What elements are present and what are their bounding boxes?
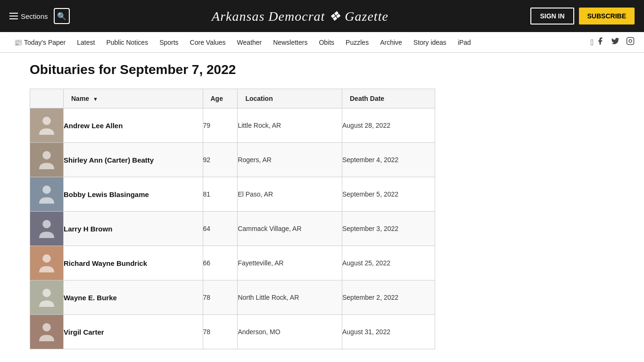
col-header-name[interactable]: Name ▼ [64, 89, 203, 108]
header-left: Sections 🔍 [9, 8, 70, 24]
nav-item-newsletters[interactable]: Newsletters [268, 39, 312, 46]
svg-point-7 [42, 289, 51, 297]
page-title: Obituaries for September 7, 2022 [30, 62, 614, 77]
nav-item-public-notices[interactable]: Public Notices [101, 39, 153, 46]
sections-label: Sections [21, 12, 48, 20]
instagram-icon[interactable] [626, 37, 635, 48]
obituary-death-date: August 28, 2022 [342, 108, 435, 143]
table-row[interactable]: Bobby Lewis Blasingame81El Paso, ARSepte… [30, 177, 435, 212]
obituary-age: 78 [203, 315, 238, 349]
obituary-age: 64 [203, 212, 238, 246]
sign-in-button[interactable]: SIGN IN [530, 8, 574, 25]
nav-item-story-ideas[interactable]: Story ideas [409, 39, 451, 46]
obituary-name[interactable]: Richard Wayne Bundrick [64, 246, 203, 280]
obituary-age: 92 [203, 143, 238, 177]
obituary-death-date: September 3, 2022 [342, 212, 435, 246]
obituary-photo-cell [30, 177, 64, 212]
nav-item-weather[interactable]: Weather [232, 39, 267, 46]
obituary-location: North Little Rock, AR [238, 280, 342, 315]
obituary-age: 79 [203, 108, 238, 143]
obituary-name[interactable]: Andrew Lee Allen [64, 108, 203, 143]
obituary-photo-cell [30, 108, 64, 143]
obituary-location: Cammack Village, AR [238, 212, 342, 246]
obituary-death-date: September 5, 2022 [342, 177, 435, 212]
table-row[interactable]: Wayne E. Burke78North Little Rock, ARSep… [30, 280, 435, 315]
twitter-icon[interactable] [611, 37, 619, 48]
col-header-photo [30, 89, 64, 108]
nav-item-core-values[interactable]: Core Values [185, 39, 231, 46]
obituary-name[interactable]: Wayne E. Burke [64, 280, 203, 315]
header-right: SIGN IN SUBSCRIBE [530, 8, 635, 25]
nav-item-obits[interactable]: Obits [314, 39, 339, 46]
nav-item-sports[interactable]: Sports [155, 39, 183, 46]
table-row[interactable]: Andrew Lee Allen79Little Rock, ARAugust … [30, 108, 435, 143]
obituary-photo-cell [30, 246, 64, 280]
nav-bar: 📰 Today's Paper Latest Public Notices Sp… [0, 32, 644, 53]
table-row[interactable]: Richard Wayne Bundrick66Fayetteville, AR… [30, 246, 435, 280]
obituary-location: El Paso, AR [238, 177, 342, 212]
svg-rect-0 [627, 38, 634, 45]
obituary-location: Little Rock, AR [238, 108, 342, 143]
top-header: Sections 🔍 Arkansas Democrat ❖ Gazette S… [0, 0, 644, 32]
main-content: Obituaries for September 7, 2022 Name ▼ … [16, 53, 628, 359]
obituary-location: Rogers, AR [238, 143, 342, 177]
nav-item-ipad[interactable]: iPad [453, 39, 476, 46]
obituary-photo-cell [30, 143, 64, 177]
obituary-name[interactable]: Larry H Brown [64, 212, 203, 246]
nav-left: 📰 Today's Paper Latest Public Notices Sp… [9, 39, 476, 46]
svg-point-5 [42, 220, 51, 229]
obituary-death-date: August 31, 2022 [342, 315, 435, 349]
obituary-death-date: September 2, 2022 [342, 280, 435, 315]
obituary-photo-cell [30, 315, 64, 349]
svg-point-2 [42, 117, 51, 125]
obituary-age: 66 [203, 246, 238, 280]
svg-point-4 [42, 186, 51, 194]
hamburger-icon [9, 13, 18, 19]
svg-point-3 [42, 151, 51, 160]
newspaper-icon: 📰 [14, 39, 22, 46]
table-row[interactable]: Virgil Carter78Anderson, MOAugust 31, 20… [30, 315, 435, 349]
sections-button[interactable]: Sections [9, 12, 48, 20]
col-header-age: Age [203, 89, 238, 108]
obituary-name[interactable]: Bobby Lewis Blasingame [64, 177, 203, 212]
nav-item-latest[interactable]: Latest [72, 39, 99, 46]
obituary-photo-cell [30, 280, 64, 315]
obituary-name[interactable]: Virgil Carter [64, 315, 203, 349]
nav-item-todays-paper[interactable]: 📰 Today's Paper [9, 39, 70, 46]
subscribe-button[interactable]: SUBSCRIBE [579, 8, 635, 25]
site-title: Arkansas Democrat ❖ Gazette [212, 8, 388, 24]
search-button[interactable]: 🔍 [54, 8, 70, 24]
search-icon: 🔍 [57, 12, 66, 21]
nav-item-archive[interactable]: Archive [375, 39, 407, 46]
obituary-location: Fayetteville, AR [238, 246, 342, 280]
col-header-death-date: Death Date [342, 89, 435, 108]
nav-item-puzzles[interactable]: Puzzles [341, 39, 373, 46]
svg-point-8 [42, 323, 51, 332]
obituary-age: 78 [203, 280, 238, 315]
obituary-location: Anderson, MO [238, 315, 342, 349]
col-header-location: Location [238, 89, 342, 108]
nav-social:  [591, 37, 635, 48]
obituaries-table: Name ▼ Age Location Death Date Andrew Le… [30, 89, 435, 349]
obituary-name[interactable]: Shirley Ann (Carter) Beatty [64, 143, 203, 177]
svg-point-6 [42, 255, 51, 263]
sort-arrow-icon: ▼ [93, 96, 98, 102]
facebook-icon[interactable]:  [591, 37, 604, 48]
table-row[interactable]: Larry H Brown64Cammack Village, ARSeptem… [30, 212, 435, 246]
obituary-death-date: August 25, 2022 [342, 246, 435, 280]
obituary-age: 81 [203, 177, 238, 212]
table-row[interactable]: Shirley Ann (Carter) Beatty92Rogers, ARS… [30, 143, 435, 177]
obituary-photo-cell [30, 212, 64, 246]
obituary-death-date: September 4, 2022 [342, 143, 435, 177]
